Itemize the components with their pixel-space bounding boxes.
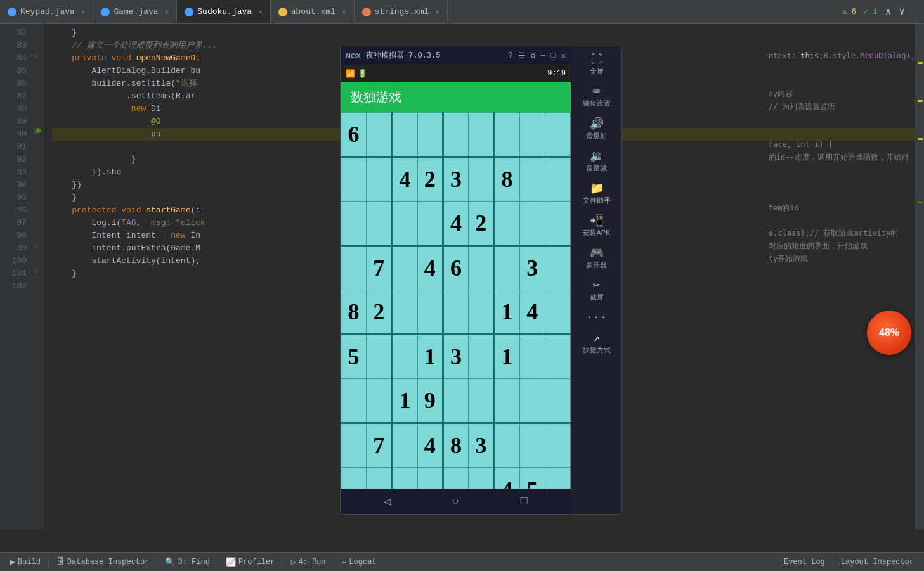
- cell-1-1[interactable]: [367, 157, 392, 202]
- cell-6-6[interactable]: [494, 379, 519, 423]
- cell-1-6[interactable]: 8: [494, 157, 519, 202]
- tab-close-strings[interactable]: ✕: [435, 8, 439, 16]
- cell-8-5[interactable]: [469, 468, 494, 489]
- recents-button[interactable]: □: [521, 495, 528, 508]
- cell-8-1[interactable]: [367, 468, 392, 489]
- cell-1-4[interactable]: 3: [443, 157, 468, 202]
- back-button[interactable]: ◁: [384, 494, 391, 508]
- nav-down[interactable]: ∨: [899, 5, 905, 18]
- cell-3-7[interactable]: 3: [519, 246, 545, 290]
- cell-6-8[interactable]: [545, 379, 570, 423]
- minimize-icon[interactable]: ─: [541, 51, 546, 61]
- cell-6-1[interactable]: [367, 379, 392, 423]
- cell-0-5[interactable]: [469, 113, 494, 157]
- cell-8-7[interactable]: 5: [519, 468, 545, 489]
- cell-7-3[interactable]: 4: [417, 423, 443, 468]
- cell-0-8[interactable]: [545, 113, 570, 157]
- event-log-button[interactable]: Event Log: [779, 558, 830, 567]
- file-helper-button[interactable]: 📁 文件助手: [574, 179, 620, 209]
- cell-4-0[interactable]: 8: [341, 290, 367, 335]
- keyboard-settings-button[interactable]: ⌨ 键位设置: [574, 82, 620, 112]
- tab-game[interactable]: Game.java ✕: [93, 0, 177, 23]
- cell-1-7[interactable]: [519, 157, 545, 202]
- tab-close-sudoku[interactable]: ✕: [258, 8, 263, 16]
- cell-4-5[interactable]: [469, 290, 494, 335]
- ok-count[interactable]: ✓ 1: [864, 7, 878, 16]
- cell-2-6[interactable]: [494, 202, 519, 246]
- layout-inspector-button[interactable]: Layout Inspector: [836, 558, 919, 567]
- cell-2-2[interactable]: [392, 202, 417, 246]
- cell-3-1[interactable]: 7: [367, 246, 392, 290]
- cell-3-4[interactable]: 6: [443, 246, 468, 290]
- cell-6-4[interactable]: [443, 379, 468, 423]
- shortcut-button[interactable]: ↗ 快捷方式: [574, 329, 620, 359]
- cell-8-2[interactable]: [392, 468, 417, 489]
- profiler-button[interactable]: 📈 Profiler: [221, 553, 280, 571]
- cell-3-8[interactable]: [545, 246, 570, 290]
- cell-2-8[interactable]: [545, 202, 570, 246]
- cell-3-2[interactable]: [392, 246, 417, 290]
- tab-strings[interactable]: strings.xml ✕: [355, 0, 448, 23]
- find-button[interactable]: 🔍 3: Find: [160, 553, 214, 571]
- cell-6-2[interactable]: 1: [392, 379, 417, 423]
- cell-6-3[interactable]: 9: [417, 379, 443, 423]
- more-options[interactable]: ···: [586, 309, 606, 326]
- cell-5-7[interactable]: [519, 335, 545, 379]
- cell-5-6[interactable]: 1: [494, 335, 519, 379]
- volume-down-button[interactable]: 🔉 音量减: [574, 147, 620, 177]
- cell-2-3[interactable]: [417, 202, 443, 246]
- close-icon[interactable]: ✕: [561, 51, 566, 61]
- screenshot-button[interactable]: ✂ 截屏: [574, 276, 620, 306]
- install-apk-button[interactable]: 📲 安装APK: [574, 212, 620, 241]
- fullscreen-button[interactable]: ⛶ 全屏: [574, 50, 620, 80]
- cell-7-8[interactable]: [545, 423, 570, 468]
- tab-keypad[interactable]: Keypad.java ✕: [0, 0, 93, 23]
- cell-0-2[interactable]: [392, 113, 417, 157]
- menu-icon[interactable]: ☰: [518, 51, 526, 61]
- cell-1-5[interactable]: [469, 157, 494, 202]
- cell-4-8[interactable]: [545, 290, 570, 335]
- cell-3-5[interactable]: [469, 246, 494, 290]
- cell-2-0[interactable]: [341, 202, 367, 246]
- cell-6-0[interactable]: [341, 379, 367, 423]
- cell-0-0[interactable]: 6: [341, 113, 367, 157]
- cell-5-0[interactable]: 5: [341, 335, 367, 379]
- cell-8-4[interactable]: [443, 468, 468, 489]
- cell-2-5[interactable]: 2: [469, 202, 494, 246]
- cell-5-2[interactable]: [392, 335, 417, 379]
- cell-7-0[interactable]: [341, 423, 367, 468]
- db-inspector-button[interactable]: 🗄 Database Inspector: [51, 553, 155, 571]
- cell-4-6[interactable]: 1: [494, 290, 519, 335]
- cell-2-7[interactable]: [519, 202, 545, 246]
- cell-7-6[interactable]: [494, 423, 519, 468]
- cell-8-6[interactable]: 4: [494, 468, 519, 489]
- cell-2-4[interactable]: 4: [443, 202, 468, 246]
- help-icon[interactable]: ?: [508, 51, 513, 61]
- cell-7-2[interactable]: [392, 423, 417, 468]
- cell-5-8[interactable]: [545, 335, 570, 379]
- tab-about[interactable]: about.xml ✕: [271, 0, 355, 23]
- cell-0-6[interactable]: [494, 113, 519, 157]
- cell-8-8[interactable]: [545, 468, 570, 489]
- settings-icon[interactable]: ⚙: [531, 51, 536, 61]
- cell-3-0[interactable]: [341, 246, 367, 290]
- home-button[interactable]: ○: [452, 495, 459, 508]
- tab-sudoku[interactable]: Sudoku.java ✕: [177, 0, 270, 23]
- multi-player-button[interactable]: 🎮 多开器: [574, 244, 620, 274]
- volume-up-button[interactable]: 🔊 音量加: [574, 115, 620, 144]
- tab-close-game[interactable]: ✕: [165, 8, 169, 16]
- cell-1-0[interactable]: [341, 157, 367, 202]
- cell-3-3[interactable]: 4: [417, 246, 443, 290]
- logcat-button[interactable]: ≡ Logcat: [337, 553, 382, 571]
- cell-4-4[interactable]: [443, 290, 468, 335]
- cell-1-2[interactable]: 4: [392, 157, 417, 202]
- cell-0-1[interactable]: [367, 113, 392, 157]
- cell-7-7[interactable]: [519, 423, 545, 468]
- cell-6-7[interactable]: [519, 379, 545, 423]
- cell-5-5[interactable]: [469, 335, 494, 379]
- cell-8-0[interactable]: [341, 468, 367, 489]
- cell-5-4[interactable]: 3: [443, 335, 468, 379]
- build-button[interactable]: ▶ Build: [5, 553, 46, 571]
- cell-4-2[interactable]: [392, 290, 417, 335]
- nav-up[interactable]: ∧: [885, 5, 892, 18]
